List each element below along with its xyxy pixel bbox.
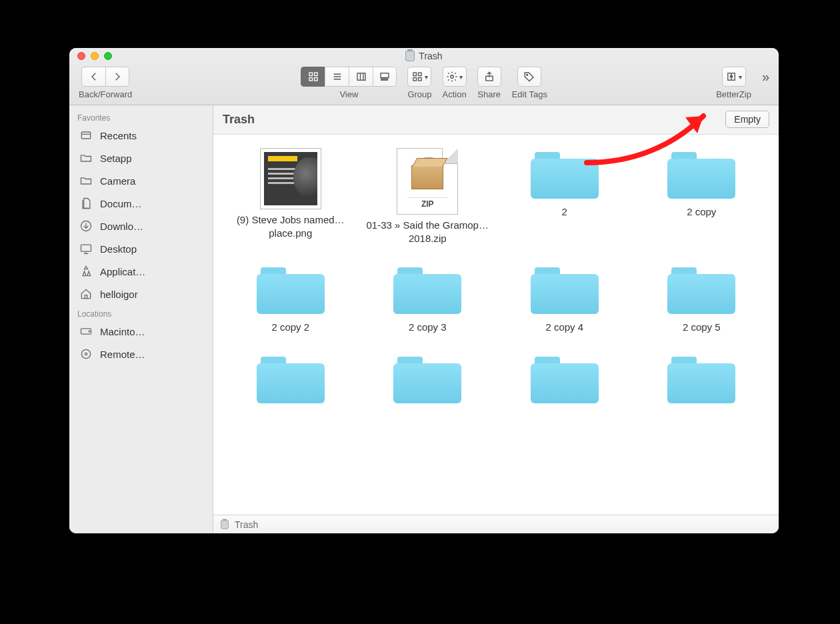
back-forward-label: Back/Forward [79, 89, 132, 99]
betterzip-group: ▾ BetterZip [716, 67, 751, 99]
file-item[interactable]: ZIP01-33 » Said the Gramop…2018.zip [363, 148, 493, 245]
file-item[interactable]: 2 copy 2 [225, 263, 356, 334]
empty-trash-button[interactable]: Empty [725, 111, 769, 128]
folder-icon [254, 353, 327, 406]
image-file-icon [260, 148, 321, 209]
edit-tags-button[interactable] [517, 67, 541, 87]
file-item[interactable] [637, 353, 767, 410]
sidebar-item-recents[interactable]: Recents [69, 124, 213, 147]
sidebar-item-documents[interactable]: Docum… [69, 192, 213, 215]
folder-icon [254, 263, 327, 317]
window-chrome: Trash Back/Forward [69, 48, 779, 105]
folder-icon [665, 353, 738, 406]
trash-icon [405, 51, 415, 61]
svg-rect-27 [81, 245, 91, 251]
sidebar-item-camera[interactable]: Camera [69, 169, 213, 192]
svg-point-20 [527, 74, 528, 75]
sidebar-item-downloads[interactable]: Downlo… [69, 215, 213, 237]
sidebar-item-label: Remote… [100, 349, 145, 360]
tags-group: Edit Tags [512, 67, 547, 99]
file-item[interactable]: 2 copy 5 [637, 263, 767, 334]
tag-icon [523, 71, 535, 83]
action-button[interactable]: ▾ [443, 67, 467, 87]
file-item[interactable]: 2 copy [637, 148, 767, 245]
sidebar-item-macintosh-hd[interactable]: Macinto… [69, 320, 213, 343]
view-gallery-button[interactable] [373, 67, 397, 87]
grid-icon [307, 71, 319, 83]
view-icons-button[interactable] [301, 67, 325, 87]
file-item-label: 01-33 » Said the Gramop…2018.zip [364, 219, 491, 245]
archive-icon [725, 71, 737, 83]
svg-rect-11 [381, 79, 383, 80]
svg-rect-14 [413, 73, 417, 76]
path-bar-label: Trash [235, 519, 258, 530]
file-item[interactable]: 2 [499, 148, 630, 245]
columns-icon [355, 71, 367, 83]
sidebar-section-locations: Locations Macinto… Remote… [69, 305, 213, 365]
svg-rect-0 [309, 73, 313, 76]
sidebar-item-label: Setapp [100, 153, 132, 164]
chevron-down-icon: ▾ [459, 73, 463, 81]
forward-button[interactable] [105, 67, 129, 87]
group-group: ▾ Group [407, 67, 431, 99]
share-button[interactable] [477, 67, 501, 87]
view-columns-button[interactable] [349, 67, 373, 87]
share-icon [483, 71, 495, 83]
svg-point-32 [89, 331, 90, 332]
svg-rect-10 [381, 73, 389, 78]
sidebar-item-label: Desktop [100, 243, 137, 255]
folder-icon [391, 263, 464, 317]
file-item[interactable]: 2 copy 4 [499, 263, 630, 334]
group-label: Group [407, 89, 431, 99]
svg-rect-16 [413, 78, 417, 81]
sidebar-item-label: helloigor [100, 289, 138, 300]
back-forward-group: Back/Forward [79, 67, 132, 99]
file-item-label: 2 [562, 205, 567, 219]
view-group: View [301, 67, 397, 99]
svg-rect-30 [85, 295, 87, 299]
betterzip-button[interactable]: ▾ [722, 67, 746, 87]
back-button[interactable] [81, 67, 105, 87]
window-title: Trash [69, 51, 779, 61]
file-item[interactable] [225, 353, 356, 410]
file-item[interactable]: 2 copy 3 [363, 263, 493, 334]
sidebar-item-label: Macinto… [100, 326, 145, 337]
chevron-down-icon: ▾ [425, 73, 428, 81]
svg-rect-1 [314, 73, 317, 76]
list-icon [331, 71, 343, 83]
sidebar-item-home[interactable]: helloigor [69, 283, 213, 305]
sidebar-item-setapp[interactable]: Setapp [69, 147, 213, 169]
sidebar-header: Locations [69, 305, 213, 320]
chevron-down-icon: ▾ [739, 73, 742, 81]
group-button[interactable]: ▾ [407, 67, 431, 87]
trash-icon [221, 520, 229, 529]
remote-disc-icon [79, 347, 93, 361]
downloads-icon [79, 219, 93, 233]
sidebar-item-label: Applicat… [100, 266, 145, 277]
folder-icon [665, 263, 738, 317]
file-item[interactable]: (9) Steve Jobs named…place.png [225, 148, 356, 245]
sidebar-item-remote-disc[interactable]: Remote… [69, 343, 213, 365]
svg-point-34 [85, 353, 87, 355]
svg-rect-2 [309, 78, 313, 81]
view-label: View [339, 89, 358, 99]
file-item[interactable] [363, 353, 493, 410]
icon-grid-area[interactable]: (9) Steve Jobs named…place.pngZIP01-33 »… [213, 135, 779, 515]
view-list-button[interactable] [325, 67, 349, 87]
folder-icon [391, 353, 464, 406]
svg-rect-15 [418, 73, 421, 76]
file-item[interactable] [499, 353, 630, 410]
path-bar[interactable]: Trash [213, 515, 779, 533]
sidebar-item-applications[interactable]: Applicat… [69, 260, 213, 283]
main-area: Trash Empty (9) Steve Jobs named…place.p… [213, 105, 779, 533]
svg-rect-12 [384, 79, 385, 80]
sidebar-item-desktop[interactable]: Desktop [69, 237, 213, 260]
finder-window: Trash Back/Forward [69, 48, 779, 533]
toolbar-overflow-button[interactable]: » [762, 67, 769, 87]
folder-icon [665, 148, 738, 201]
sidebar-section-favorites: Favorites Recents Setapp Camera Docum… [69, 109, 213, 305]
applications-icon [79, 264, 93, 279]
sidebar: Favorites Recents Setapp Camera Docum… [69, 105, 213, 533]
svg-rect-17 [418, 78, 421, 81]
svg-point-18 [451, 75, 454, 79]
